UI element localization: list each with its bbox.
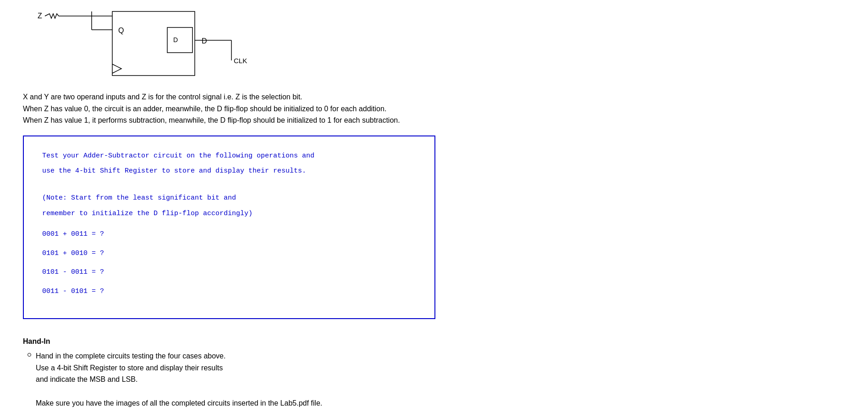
desc-line1: X and Y are two operand inputs and Z is … xyxy=(23,91,845,103)
description-section: X and Y are two operand inputs and Z is … xyxy=(23,91,845,126)
desc-line2: When Z has value 0, the circuit is an ad… xyxy=(23,103,845,115)
svg-text:D: D xyxy=(173,36,178,43)
bullet-icon-1 xyxy=(27,353,31,357)
desc-line3: When Z has value 1, it performs subtract… xyxy=(23,114,845,126)
instruction-box: Test your Adder-Subtractor circuit on th… xyxy=(23,136,435,320)
instruction-line1: Test your Adder-Subtractor circuit on th… xyxy=(42,150,416,162)
svg-text:Z: Z xyxy=(38,12,42,20)
svg-text:Q: Q xyxy=(118,27,124,34)
instruction-note1: (Note: Start from the least significant … xyxy=(42,192,416,204)
instruction-note2: remember to initialize the D flip-flop a… xyxy=(42,208,416,220)
svg-rect-8 xyxy=(167,27,192,53)
operation-3: 0101 - 0011 = ? xyxy=(42,266,416,278)
svg-rect-2 xyxy=(112,11,195,76)
hand-in-section: Hand-In Hand in the complete circuits te… xyxy=(23,337,845,412)
hand-in-item-1-line1: Hand in the complete circuits testing th… xyxy=(36,352,225,360)
hand-in-title: Hand-In xyxy=(23,337,845,346)
hand-in-item-1-content: Hand in the complete circuits testing th… xyxy=(36,350,322,409)
instruction-line2: use the 4-bit Shift Register to store an… xyxy=(42,165,416,177)
hand-in-item-1: Hand in the complete circuits testing th… xyxy=(27,350,845,409)
svg-text:CLK: CLK xyxy=(234,57,247,65)
operation-1: 0001 + 0011 = ? xyxy=(42,228,416,240)
hand-in-item-1-line2: Use a 4-bit Shift Register to store and … xyxy=(36,364,223,372)
circuit-diagram: Z Q D CLK D xyxy=(23,9,845,84)
operation-2: 0101 + 0010 = ? xyxy=(42,248,416,260)
hand-in-item-1-line3: and indicate the MSB and LSB. xyxy=(36,375,137,383)
hand-in-list: Hand in the complete circuits testing th… xyxy=(23,350,845,412)
svg-text:D: D xyxy=(202,37,207,45)
hand-in-item-1-extra: Make sure you have the images of all the… xyxy=(36,399,322,407)
operation-4: 0011 - 0101 = ? xyxy=(42,286,416,298)
